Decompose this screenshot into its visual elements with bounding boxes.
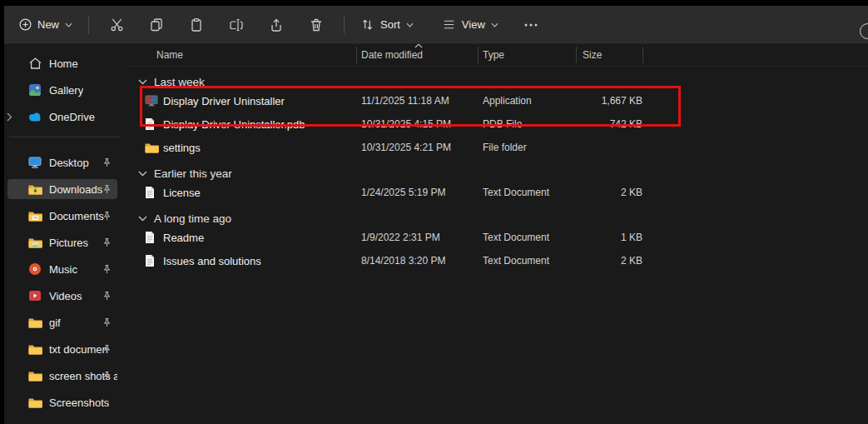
sort-button-label: Sort	[380, 18, 400, 31]
clipped-sync-icon	[860, 23, 868, 39]
chevron-down-icon	[138, 216, 147, 222]
sidebar-item-onedrive[interactable]: OneDrive	[7, 107, 117, 127]
view-button[interactable]: View	[434, 12, 507, 37]
sidebar-item-music[interactable]: Music	[7, 259, 117, 279]
sidebar-item-label: OneDrive	[49, 111, 95, 123]
column-header-size[interactable]: Size	[583, 49, 602, 61]
window-top-edge	[0, 0, 868, 6]
pin-icon	[102, 291, 112, 301]
column-headers: Name Date modified Type Size	[130, 44, 868, 67]
window-left-edge	[0, 0, 4, 424]
sidebar-item-label: Home	[49, 57, 78, 70]
file-date-modified: 11/1/2025 11:18 AM	[361, 95, 449, 107]
sidebar-item-screen-shots[interactable]: screen shots and	[7, 366, 117, 386]
application-icon	[145, 95, 158, 107]
sidebar-item-documents[interactable]: Documents	[7, 206, 117, 226]
group-header-a-long-time-ago[interactable]: A long time ago	[130, 211, 868, 226]
pin-icon	[102, 211, 112, 221]
chevron-down-icon	[138, 79, 147, 85]
file-name: License	[163, 187, 201, 199]
column-divider[interactable]	[576, 47, 577, 63]
file-type: Text Document	[483, 232, 549, 243]
chevron-down-icon	[138, 171, 147, 177]
paste-button[interactable]	[180, 12, 213, 38]
file-date-modified: 10/31/2025 4:21 PM	[361, 142, 451, 153]
cut-button[interactable]	[100, 12, 133, 38]
group-header-last-week[interactable]: Last week	[130, 74, 868, 89]
group-label: Last week	[154, 76, 205, 88]
sidebar-item-label: Documents	[49, 210, 104, 222]
videos-icon	[27, 290, 42, 302]
chevron-down-icon	[491, 22, 498, 27]
file-row-display-driver-uninstaller[interactable]: Display Driver Uninstaller 11/1/2025 11:…	[130, 89, 868, 112]
folder-icon	[145, 142, 159, 153]
file-date-modified: 8/14/2018 3:20 PM	[361, 255, 445, 267]
sidebar-item-screenshots[interactable]: Screenshots	[7, 392, 117, 412]
sidebar-item-label: Downloads	[49, 183, 102, 196]
pin-icon	[102, 371, 112, 381]
sidebar-item-label: gif	[49, 317, 61, 329]
sidebar-item-txt-documents[interactable]: txt documen	[7, 339, 117, 359]
column-divider[interactable]	[642, 47, 643, 63]
folder-icon	[27, 343, 42, 355]
pin-icon	[102, 157, 112, 167]
sidebar-item-label: txt documen	[49, 343, 108, 356]
pictures-icon	[27, 237, 42, 248]
share-button[interactable]	[260, 12, 293, 38]
new-button[interactable]: New	[11, 13, 81, 36]
pin-icon	[102, 344, 112, 354]
desktop-icon	[27, 157, 42, 168]
folder-icon	[27, 317, 42, 328]
rename-icon	[229, 17, 244, 32]
paste-icon	[189, 17, 204, 32]
command-bar: New	[4, 6, 868, 44]
sidebar-item-gif[interactable]: gif	[7, 312, 117, 332]
group-header-earlier-this-year[interactable]: Earlier this year	[130, 166, 868, 181]
sort-icon	[360, 17, 374, 32]
rename-button[interactable]	[220, 12, 253, 38]
copy-button[interactable]	[140, 12, 173, 38]
sidebar-item-videos[interactable]: Videos	[7, 286, 117, 306]
sidebar-item-desktop[interactable]: Desktop	[7, 152, 117, 172]
delete-button[interactable]	[300, 12, 333, 38]
cut-icon	[109, 17, 125, 32]
sidebar-item-pictures[interactable]: Pictures	[7, 232, 117, 252]
folder-icon	[27, 370, 42, 382]
file-type: Text Document	[483, 187, 549, 198]
column-divider[interactable]	[478, 47, 479, 63]
pin-icon	[102, 317, 112, 327]
file-row-license[interactable]: License 1/24/2025 5:19 PM Text Document …	[130, 181, 868, 204]
sidebar-item-home[interactable]: Home	[7, 53, 117, 73]
document-icon	[145, 255, 155, 267]
sidebar-item-label: Gallery	[49, 84, 83, 97]
file-explorer-window: New	[0, 0, 868, 424]
sort-button[interactable]: Sort	[352, 12, 422, 37]
group-label: A long time ago	[154, 212, 231, 225]
home-icon	[27, 57, 42, 70]
sidebar-item-downloads[interactable]: Downloads	[7, 179, 117, 199]
onedrive-icon	[27, 112, 42, 122]
file-row-readme[interactable]: Readme 1/9/2022 2:31 PM Text Document 1 …	[130, 226, 868, 249]
column-header-name[interactable]: Name	[156, 49, 183, 61]
delete-icon	[309, 17, 324, 32]
chevron-right-icon[interactable]	[7, 112, 12, 122]
plus-icon	[19, 18, 32, 31]
sidebar-item-gallery[interactable]: Gallery	[7, 80, 117, 100]
column-header-date-modified[interactable]: Date modified	[361, 49, 423, 61]
more-icon	[524, 23, 538, 27]
sidebar-item-label: Pictures	[49, 237, 88, 249]
file-row-display-driver-uninstaller-pdb[interactable]: Display Driver Uninstaller.pdb 10/31/202…	[130, 112, 868, 136]
group-label: Earlier this year	[154, 167, 232, 180]
file-row-issues-and-solutions[interactable]: Issues and solutions 8/14/2018 3:20 PM T…	[130, 249, 868, 272]
file-name: settings	[163, 142, 201, 154]
navigation-pane: Home Gallery OneDrive Desktop	[4, 44, 129, 424]
toolbar-separator	[88, 16, 89, 34]
view-icon	[442, 17, 456, 32]
file-name: Readme	[163, 232, 204, 244]
file-row-settings[interactable]: settings 10/31/2025 4:21 PM File folder	[130, 136, 868, 159]
column-divider[interactable]	[356, 47, 357, 63]
more-options-button[interactable]	[517, 12, 545, 38]
file-type: File folder	[483, 142, 527, 153]
column-header-type[interactable]: Type	[483, 49, 504, 61]
file-date-modified: 10/31/2025 4:15 PM	[361, 118, 451, 130]
